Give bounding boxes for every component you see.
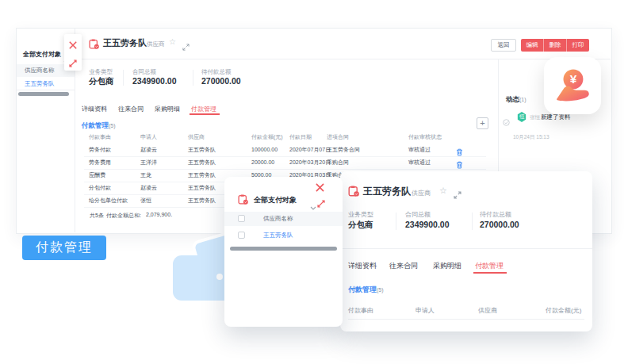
stat-label: 合同总额 — [132, 68, 156, 76]
payment-reason-link[interactable]: 分包付款 — [89, 182, 111, 194]
supplier-link[interactable]: 王五劳务队 — [188, 144, 216, 156]
supplier-link[interactable]: 王五劳务队 — [188, 182, 216, 194]
yuan-symbol: ¥ — [570, 72, 577, 86]
section-title: 付款管理(5) — [348, 285, 384, 295]
add-payment-button[interactable]: + — [477, 117, 488, 129]
tab-purchase-detail[interactable]: 采购明细 — [433, 261, 461, 271]
row-checkbox[interactable] — [238, 232, 245, 239]
tab-purchase-detail[interactable]: 采购明细 — [155, 105, 180, 113]
payment-reason-link[interactable]: 劳务付款 — [89, 144, 111, 156]
payee-link[interactable]: 王五劳务队 — [263, 232, 293, 239]
edit-button[interactable]: 编辑 — [521, 39, 544, 52]
record-type-label: 供应商 — [412, 189, 431, 197]
applicant: 赵凌云 — [140, 182, 157, 194]
stat-divider — [123, 70, 124, 86]
select-all-checkbox[interactable] — [238, 215, 245, 222]
column-header: 付款金额(元) — [546, 306, 581, 315]
stat-divider — [472, 213, 473, 230]
section-title-text: 付款管理 — [82, 121, 109, 129]
expand-icon[interactable] — [69, 56, 77, 71]
column-header: 付款事由 — [348, 306, 373, 315]
column-header: 进项合同 — [327, 131, 349, 144]
total-label: 付款金额总和: — [106, 212, 141, 220]
table-header-row: 付款事由 申请人 供应商 付款金额(元) 付款日期 进项合同 付款审核状态 — [84, 131, 486, 144]
star-icon[interactable]: ☆ — [439, 186, 447, 196]
active-tab-underline — [473, 272, 507, 274]
list-item: 王五劳务队 — [224, 229, 343, 243]
check-circle-icon[interactable] — [503, 115, 510, 129]
supplier-link[interactable]: 王五劳务队 — [188, 169, 216, 182]
record-clipboard-icon — [238, 193, 248, 208]
activity-title-text: 动态 — [506, 95, 519, 103]
date: 2020年03月20日 — [289, 156, 331, 169]
stat-value: 分包商 — [89, 76, 114, 87]
tab-payment-management[interactable]: 付款管理 — [475, 261, 504, 271]
delete-button[interactable]: 删除 — [544, 39, 567, 52]
stat-label: 合同总额 — [405, 210, 431, 219]
wallet-clasp-icon — [216, 274, 223, 280]
payment-reason-link[interactable]: 劳务费用 — [89, 156, 111, 169]
column-header: 付款事由 — [89, 131, 111, 144]
payees-column-header: 供应商名称 — [25, 64, 55, 77]
contract-link[interactable]: 采购合同 — [327, 156, 349, 169]
column-header: 申请人 — [140, 131, 157, 144]
tab-detail-info[interactable]: 详细资料 — [82, 105, 107, 113]
stat-divider — [396, 213, 396, 230]
applicant: 王龙 — [140, 169, 151, 182]
activity-count: (1) — [519, 97, 527, 102]
close-icon[interactable] — [315, 182, 325, 196]
detail-card: 王五劳务队 供应商 ☆ 业务类型 分包商 合同总额 2349900.00 待付款… — [340, 171, 592, 331]
tab-detail-info[interactable]: 详细资料 — [348, 261, 377, 271]
activity-title: 动态(1) — [506, 95, 527, 105]
stat-value: 270000.00 — [480, 220, 519, 229]
tab-payment-management[interactable]: 付款管理 — [191, 105, 216, 113]
supplier-link[interactable]: 王五劳务队 — [188, 194, 216, 207]
tab-contracts[interactable]: 往来合同 — [118, 105, 144, 113]
close-icon[interactable] — [68, 39, 78, 53]
page-title: 王五劳务队 — [103, 37, 147, 49]
payee-list-item[interactable]: 王五劳务队 — [25, 80, 55, 88]
payment-management-badge: 付款管理 — [22, 236, 106, 260]
contract-link[interactable]: 王五劳务合同 — [327, 144, 360, 156]
fullscreen-icon[interactable] — [454, 188, 461, 202]
column-header: 供应商 — [478, 306, 497, 315]
tab-contracts[interactable]: 往来合同 — [389, 261, 418, 271]
card-divider — [340, 248, 592, 249]
column-header: 付款金额(元) — [251, 131, 283, 144]
card-title: 全部支付对象 — [254, 195, 297, 205]
active-tab-underline — [190, 113, 220, 115]
stat-label: 待付款总额 — [201, 68, 232, 76]
column-header: 付款日期 — [289, 131, 312, 144]
stat-value: 2349900.00 — [405, 220, 449, 229]
header-divider — [75, 59, 611, 59]
back-button[interactable]: 返回 — [491, 39, 516, 52]
table-row: 劳务付款 赵凌云 王五劳务队 100000.00 2020年07月07日 王五劳… — [84, 144, 486, 157]
record-type-label: 供应商 — [147, 40, 165, 48]
stat-divider — [193, 70, 193, 86]
panel-horizontal-scrollbar[interactable] — [18, 92, 69, 96]
star-icon[interactable]: ☆ — [169, 37, 176, 46]
payees-panel-title: 全部支付对象 — [23, 50, 61, 59]
amount: 100000.00 — [251, 144, 278, 156]
record-clipboard-icon — [89, 38, 99, 52]
applicant: 王洋洋 — [140, 156, 157, 169]
card-horizontal-scrollbar[interactable] — [230, 247, 337, 251]
applicant: 张恒 — [140, 194, 151, 207]
supplier-link[interactable]: 王五劳务队 — [188, 156, 216, 169]
record-clipboard-icon — [348, 186, 359, 200]
section-title: 付款管理(5) — [82, 121, 116, 131]
fullscreen-icon[interactable] — [182, 40, 190, 54]
toolbar-button-group: 编辑 删除 打印 — [521, 39, 589, 52]
total-value: 2,079,900. — [146, 212, 172, 217]
stat-label: 待付款总额 — [480, 210, 511, 219]
panel-controls — [64, 34, 82, 71]
payment-reason-link[interactable]: 给分包单位付款 — [89, 194, 128, 207]
print-button[interactable]: 打印 — [567, 39, 589, 52]
page: 全部支付对象 供应商名称 王五劳务队 王五劳务队 供应商 ☆ 返回 编辑 删除 … — [0, 0, 628, 364]
payment-reason-link[interactable]: 应酬费 — [89, 169, 105, 182]
amount: 20000.00 — [251, 156, 274, 169]
status: 审核通过 — [408, 156, 431, 169]
yuan-coin-hand-icon: ¥ — [544, 57, 601, 114]
expand-icon[interactable] — [317, 197, 325, 211]
table-row: 劳务费用 王洋洋 王五劳务队 20000.00 2020年03月20日 采购合同… — [84, 156, 486, 170]
